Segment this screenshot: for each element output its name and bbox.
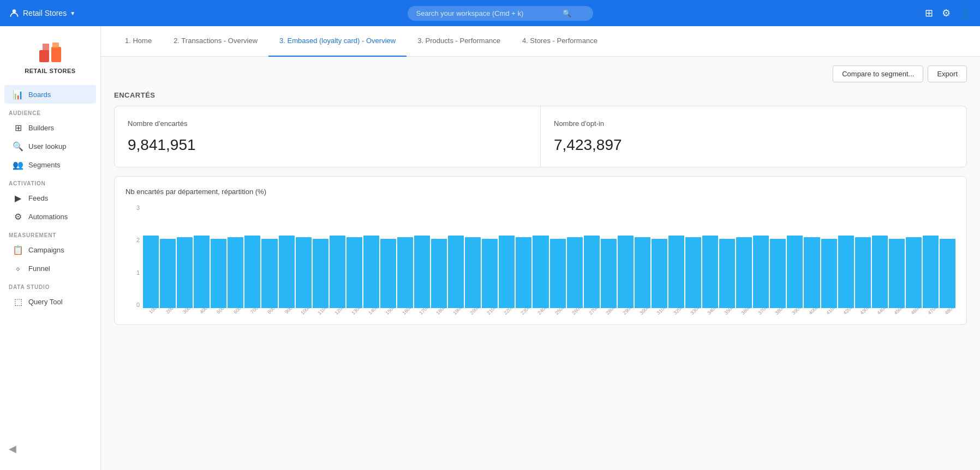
sidebar-section-audience: AUDIENCE [0, 104, 100, 118]
nav-icons: ⊞ ⚙ 👤 [925, 7, 971, 19]
tab-home[interactable]: 1. Home [114, 26, 163, 57]
bar-7 [261, 239, 277, 308]
chart-y-axis: 3 2 1 0 [126, 204, 142, 308]
sidebar-item-feeds[interactable]: ▶ Feeds [4, 189, 96, 207]
bar-1 [160, 239, 176, 308]
bar-13 [363, 236, 379, 308]
compare-segment-button[interactable]: Compare to segment... [833, 65, 923, 82]
grid-view-icon[interactable]: ⊞ [925, 7, 933, 19]
sidebar-item-campaigns[interactable]: 📋 Campaigns [4, 240, 96, 259]
bar-26 [584, 236, 600, 308]
sidebar-query-tool-label: Query Tool [28, 298, 63, 306]
bar-43 [872, 236, 888, 308]
app-layout: RETAIL STORES 📊 Boards AUDIENCE ⊞ Builde… [0, 26, 980, 470]
stat-card-optin: Nombre d'opt-in 7,423,897 [541, 106, 966, 167]
sidebar-section-measurement: MEASUREMENT [0, 226, 100, 240]
sidebar-item-builders[interactable]: ⊞ Builders [4, 118, 96, 137]
content-area: Compare to segment... Export ENCARTÉS No… [101, 57, 980, 470]
sidebar-item-user-lookup[interactable]: 🔍 User lookup [4, 137, 96, 155]
funnel-icon: ⬦ [13, 263, 23, 273]
bar-34 [719, 239, 735, 308]
section-title: ENCARTÉS [114, 91, 967, 99]
action-bar: Compare to segment... Export [114, 65, 967, 82]
bar-27 [601, 239, 617, 308]
tab-embased[interactable]: 3. Embased (loyalty card) - Overview [268, 26, 407, 57]
bar-22 [516, 237, 531, 308]
y-label-2: 2 [136, 237, 140, 243]
bar-21 [499, 236, 515, 308]
bar-29 [635, 237, 650, 308]
bar-9 [296, 237, 312, 308]
sidebar-feeds-label: Feeds [28, 194, 48, 202]
sidebar-funnel-label: Funnel [28, 264, 50, 273]
search-box[interactable]: 🔍 [408, 6, 593, 21]
bar-19 [465, 237, 481, 308]
svg-rect-1 [39, 50, 49, 62]
campaigns-icon: 📋 [13, 245, 23, 255]
bar-47 [940, 239, 955, 308]
tab-stores[interactable]: 4. Stores - Performance [511, 26, 608, 57]
bar-36 [753, 236, 769, 308]
bar-37 [770, 239, 786, 308]
sidebar-automations-label: Automations [28, 213, 68, 221]
export-button[interactable]: Export [928, 65, 967, 82]
bar-2 [177, 237, 193, 308]
user-icon[interactable]: 👤 [959, 7, 971, 19]
main-content: 1. Home 2. Transactions - Overview 3. Em… [101, 26, 980, 470]
sidebar-collapse-button[interactable]: ◀ [0, 436, 100, 461]
bar-8 [279, 236, 295, 308]
bar-10 [313, 239, 328, 308]
bar-33 [702, 236, 718, 308]
bar-28 [618, 236, 634, 308]
chart-section: Nb encartés par département, répartition… [114, 176, 967, 325]
tab-transactions[interactable]: 2. Transactions - Overview [163, 26, 268, 57]
brand-chevron-icon: ▼ [70, 10, 75, 16]
bar-11 [330, 236, 345, 308]
stat-value-optin: 7,423,897 [554, 136, 953, 154]
settings-icon[interactable]: ⚙ [942, 7, 951, 19]
sidebar-item-boards[interactable]: 📊 Boards [4, 85, 96, 104]
y-label-0: 0 [136, 302, 140, 308]
bar-24 [550, 239, 566, 308]
sidebar-boards-label: Boards [28, 91, 51, 99]
stat-value-encartés: 9,841,951 [128, 136, 527, 154]
stat-card-encartés: Nombre d'encartés 9,841,951 [115, 106, 541, 167]
svg-point-0 [13, 9, 16, 13]
bars-wrapper [143, 204, 955, 308]
automations-icon: ⚙ [13, 212, 23, 221]
tab-products[interactable]: 3. Products - Performance [407, 26, 511, 57]
sidebar-user-lookup-label: User lookup [28, 142, 66, 150]
svg-rect-4 [52, 43, 59, 48]
feeds-icon: ▶ [13, 193, 23, 203]
bar-12 [346, 237, 362, 308]
sidebar-item-funnel[interactable]: ⬦ Funnel [4, 259, 96, 278]
top-nav: Retail Stores ▼ 🔍 ⊞ ⚙ 👤 [0, 0, 980, 26]
y-label-1: 1 [136, 269, 140, 276]
chart-bars-area: 1002003004005006007008009001000110012001… [143, 204, 955, 324]
bar-0 [143, 236, 159, 308]
brand-button[interactable]: Retail Stores ▼ [9, 8, 75, 19]
bar-16 [414, 236, 430, 308]
sidebar-item-query-tool[interactable]: ⬚ Query Tool [4, 292, 96, 311]
logo-icon [37, 39, 63, 65]
sidebar-section-activation: ACTIVATION [0, 174, 100, 189]
x-axis-labels: 1002003004005006007008009001000110012001… [143, 308, 955, 323]
bar-40 [821, 239, 837, 308]
stat-label-encartés: Nombre d'encartés [128, 119, 527, 128]
stat-label-optin: Nombre d'opt-in [554, 119, 953, 128]
query-tool-icon: ⬚ [13, 297, 23, 306]
brand-icon [9, 8, 20, 19]
search-input[interactable] [416, 9, 558, 17]
svg-rect-3 [43, 44, 49, 51]
search-area: 🔍 [82, 6, 918, 21]
tab-bar: 1. Home 2. Transactions - Overview 3. Em… [101, 26, 980, 57]
bar-18 [448, 236, 464, 308]
sidebar-item-automations[interactable]: ⚙ Automations [4, 207, 96, 226]
sidebar-item-segments[interactable]: 👥 Segments [4, 155, 96, 174]
sidebar-campaigns-label: Campaigns [28, 246, 64, 254]
bar-32 [685, 237, 701, 308]
logo-text: RETAIL STORES [25, 68, 75, 74]
chart-container: 3 2 1 0 10020030040050060070080090010001… [126, 204, 955, 324]
bar-42 [855, 237, 871, 308]
bar-3 [194, 236, 210, 308]
